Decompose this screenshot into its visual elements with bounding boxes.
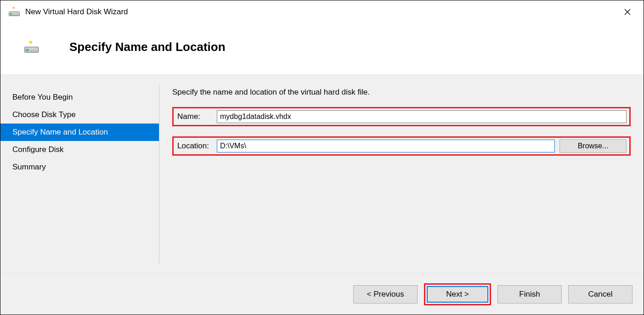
hard-disk-icon: ✦ (24, 42, 39, 52)
footer: < Previous Next > Finish Cancel (0, 273, 644, 315)
content-pane: Specify the name and location of the vir… (159, 75, 644, 273)
close-button[interactable] (617, 5, 638, 19)
app-icon: ✦ (9, 8, 21, 16)
titlebar: ✦ New Virtual Hard Disk Wizard (0, 0, 644, 23)
sidebar-item-label: Before You Begin (12, 93, 73, 101)
name-input[interactable] (217, 110, 627, 123)
previous-button[interactable]: < Previous (353, 285, 418, 304)
body: Before You Begin Choose Disk Type Specif… (0, 74, 644, 273)
wizard-window: ✦ New Virtual Hard Disk Wizard ✦ Specify… (0, 0, 644, 315)
sidebar-item-choose-disk-type[interactable]: Choose Disk Type (0, 106, 159, 124)
cancel-button[interactable]: Cancel (568, 285, 633, 304)
sidebar-item-label: Summary (12, 163, 46, 171)
next-button-highlight: Next > (424, 283, 491, 305)
instruction-text: Specify the name and location of the vir… (172, 88, 631, 97)
sidebar-item-label: Specify Name and Location (12, 128, 108, 136)
close-icon (624, 9, 631, 15)
sidebar-item-summary[interactable]: Summary (0, 158, 159, 176)
window-title: New Virtual Hard Disk Wizard (25, 7, 128, 17)
location-row-highlight: Location: Browse... (172, 136, 631, 156)
next-button[interactable]: Next > (427, 286, 488, 303)
hard-disk-icon: ✦ (9, 8, 20, 16)
name-label: Name: (174, 112, 217, 121)
sidebar-item-label: Choose Disk Type (12, 110, 76, 119)
sidebar-item-configure-disk[interactable]: Configure Disk (0, 141, 159, 158)
sidebar-item-before-you-begin[interactable]: Before You Begin (0, 89, 159, 106)
page-header: ✦ Specify Name and Location (0, 23, 644, 74)
browse-button[interactable]: Browse... (559, 139, 627, 153)
sidebar: Before You Begin Choose Disk Type Specif… (0, 75, 159, 273)
sidebar-item-specify-name-location[interactable]: Specify Name and Location (0, 124, 159, 141)
finish-button[interactable]: Finish (497, 285, 562, 304)
location-input[interactable] (217, 140, 555, 152)
location-label: Location: (174, 141, 217, 151)
name-row-highlight: Name: (172, 107, 631, 126)
sidebar-item-label: Configure Disk (12, 145, 64, 154)
page-title: Specify Name and Location (69, 40, 226, 54)
